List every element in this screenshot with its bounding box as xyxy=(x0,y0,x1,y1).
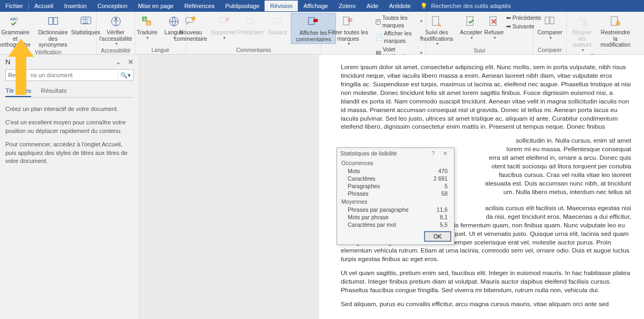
navigation-pane: N ⌄ ✕ Re 🔍▾ Titres Résultats Créez un pl… xyxy=(0,55,140,319)
filter-icon xyxy=(341,14,355,28)
statistiques-button[interactable]: ABC123 Statistiques xyxy=(72,13,99,37)
accept-icon xyxy=(464,14,478,28)
tab-mise-en-page[interactable]: Mise en page xyxy=(133,1,179,11)
supprimer-button: Supprimer▾ xyxy=(210,13,237,41)
nav-tab-resultats[interactable]: Résultats xyxy=(41,85,67,97)
tab-publipostage[interactable]: Publipostage xyxy=(220,1,265,11)
tab-conception[interactable]: Conception xyxy=(92,1,133,11)
filtrer-marques-button[interactable]: Filtrer toutes les marques▾ xyxy=(323,13,374,48)
tab-accueil[interactable]: Accueil xyxy=(29,1,58,11)
nav-dropdown-icon[interactable]: ⌄ xyxy=(111,58,126,66)
comparer-button[interactable]: Comparer▾ xyxy=(535,13,565,41)
group-accessibilite: Accessibilité xyxy=(101,48,130,55)
svg-rect-17 xyxy=(274,19,281,23)
group-langue: Langue xyxy=(151,47,169,54)
dialog-title: Statistiques de lisibilité xyxy=(340,150,397,157)
tab-zotero[interactable]: Zotero xyxy=(333,1,361,11)
group-comparer: Comparer xyxy=(538,47,561,54)
suivant-button: Suivant xyxy=(264,13,291,37)
book-icon xyxy=(46,14,60,28)
svg-text:123: 123 xyxy=(83,21,87,24)
compare-icon xyxy=(543,14,557,28)
ribbon: ABC Grammaire et orthographe Dictionnair… xyxy=(0,12,644,55)
group-commentaires: Commentaires xyxy=(236,47,271,54)
suivi-modifications-button[interactable]: Suivi des modifications▾ xyxy=(416,13,458,48)
tab-aide[interactable]: Aide xyxy=(361,1,384,11)
svg-line-31 xyxy=(584,23,587,26)
bloquer-auteurs-button: Bloquer les auteurs▾ xyxy=(568,13,597,54)
search-icon[interactable]: 🔍▾ xyxy=(118,72,131,79)
svg-text:あ: あ xyxy=(143,17,147,21)
stat-mpp: Mots par phrase8,1 xyxy=(337,213,454,221)
restreindre-button[interactable]: Restreindre la modification xyxy=(597,13,635,49)
stat-paragraphes: Paragraphes5 xyxy=(337,182,454,190)
nav-tab-titres[interactable]: Titres xyxy=(5,85,31,97)
nav-search[interactable]: Re 🔍▾ xyxy=(5,69,134,81)
next-comment-icon xyxy=(270,14,284,28)
precedent-button: Précédent xyxy=(237,13,264,37)
reject-icon xyxy=(487,14,501,28)
traduire-button[interactable]: あA Traduire▾ xyxy=(134,13,160,41)
nav-help-text: Créez un plan interactif de votre docume… xyxy=(5,105,134,165)
svg-point-7 xyxy=(115,18,117,20)
occurrences-header: Occurrences xyxy=(337,159,454,167)
tab-fichier[interactable]: Fichier xyxy=(0,1,28,11)
delete-comment-icon xyxy=(217,14,231,28)
track-changes-icon xyxy=(430,14,444,28)
svg-text:ABC: ABC xyxy=(10,17,19,21)
moyennes-header: Moyennes xyxy=(337,197,454,206)
stat-phrases: Phrases58 xyxy=(337,190,454,197)
stat-mots: Mots470 xyxy=(337,167,454,175)
svg-point-14 xyxy=(192,17,195,20)
svg-rect-19 xyxy=(313,19,318,23)
dialog-help-icon[interactable]: ? xyxy=(428,150,438,157)
dialog-close-icon[interactable]: ✕ xyxy=(440,150,451,157)
svg-rect-16 xyxy=(247,19,254,23)
ruler-gutter xyxy=(140,55,319,319)
tab-revision[interactable]: Révision xyxy=(265,1,298,11)
accessibilite-button[interactable]: Vérifier l'accessibilité▾ xyxy=(97,13,134,48)
nav-close-icon[interactable]: ✕ xyxy=(128,58,134,66)
restrict-icon xyxy=(609,14,623,28)
dictionnaire-button[interactable]: Dictionnaire des synonymes xyxy=(34,13,72,49)
search-prefix: Re xyxy=(8,72,16,78)
tell-me-search[interactable]: 💡 Rechercher des outils adaptés xyxy=(416,3,511,10)
prev-comment-icon xyxy=(244,14,258,28)
tab-references[interactable]: Références xyxy=(179,1,219,11)
translate-icon: あA xyxy=(140,14,154,28)
tell-me-label: Rechercher des outils adaptés xyxy=(431,3,511,9)
show-comments-icon xyxy=(306,15,320,29)
readability-dialog: Statistiques de lisibilité ? ✕ Occurrenc… xyxy=(336,147,455,245)
nouveau-commentaire-button[interactable]: Nouveau commentaire xyxy=(171,13,210,43)
bulb-icon: 💡 xyxy=(420,3,428,10)
stat-caracteres: Caractères2 691 xyxy=(337,175,454,182)
block-authors-icon xyxy=(575,14,589,28)
svg-rect-26 xyxy=(545,17,548,24)
new-comment-icon xyxy=(184,14,197,28)
svg-point-29 xyxy=(582,18,586,21)
refuser-button[interactable]: Refuser▾ xyxy=(485,13,504,41)
dialog-ok-button[interactable]: OK xyxy=(425,232,451,241)
stat-cpm: Caractères par mot5,5 xyxy=(337,221,454,228)
search-input[interactable] xyxy=(31,72,118,78)
svg-rect-33 xyxy=(616,22,620,25)
stat-ppp: Phrases par paragraphe11,6 xyxy=(337,206,454,213)
svg-text:A: A xyxy=(147,21,150,25)
accessibility-icon xyxy=(109,14,123,28)
tab-insertion[interactable]: Insertion xyxy=(58,1,92,11)
tab-antidote[interactable]: Antidote xyxy=(384,1,416,11)
nav-title: N xyxy=(5,58,10,66)
svg-rect-1 xyxy=(48,18,52,25)
tab-affichage[interactable]: Affichage xyxy=(298,1,333,11)
accepter-button[interactable]: Accepter▾ xyxy=(458,13,485,41)
group-suivi: Suivi xyxy=(474,48,486,55)
abc-check-icon: ABC xyxy=(8,14,22,28)
svg-point-28 xyxy=(578,18,582,21)
stats-icon: ABC123 xyxy=(79,14,93,28)
svg-rect-2 xyxy=(54,18,57,25)
grammaire-button[interactable]: ABC Grammaire et orthographe xyxy=(0,13,34,49)
ribbon-tabs: Fichier Accueil Insertion Conception Mis… xyxy=(0,0,644,12)
svg-rect-27 xyxy=(550,17,554,24)
